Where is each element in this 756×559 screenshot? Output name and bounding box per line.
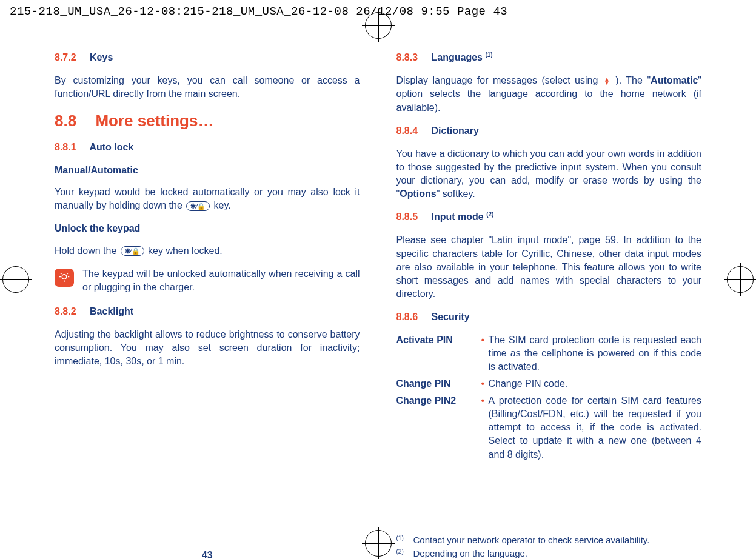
heading-8-8: 8.8 More settings… — [55, 110, 360, 132]
paragraph: By customizing your keys, you can call s… — [55, 74, 360, 101]
subheading-unlock: Unlock the keypad — [55, 222, 360, 235]
heading-title: Auto lock — [89, 142, 133, 152]
footnote-ref: (2) — [486, 211, 493, 218]
text: key. — [214, 200, 231, 210]
footnote-ref: (1) — [485, 52, 492, 58]
page-right: 8.8.3 Languages (1) Display language for… — [396, 51, 702, 559]
heading-title: Keys — [90, 52, 113, 62]
subheading-manual-automatic: Manual/Automatic — [55, 164, 360, 177]
heading-number: 8.8.5 — [396, 212, 418, 222]
bold-text: Automatic — [651, 75, 698, 85]
security-desc: A protection code for certain SIM card f… — [481, 394, 702, 461]
crop-mark-right — [727, 266, 754, 293]
heading-8-7-2: 8.7.2 Keys — [55, 51, 360, 64]
page-left: 8.7.2 Keys By customizing your keys, you… — [55, 51, 360, 559]
security-desc: The SIM card protection code is requeste… — [481, 333, 702, 373]
heading-8-8-5: 8.8.5 Input mode (2) — [396, 210, 702, 224]
heading-title: More settings… — [95, 112, 213, 130]
footnotes: (1) Contact your network operator to che… — [396, 534, 702, 559]
paragraph: Your keypad would be locked automaticall… — [55, 186, 360, 212]
crop-mark-left — [2, 266, 29, 293]
svg-line-5 — [67, 273, 69, 274]
heading-8-8-3: 8.8.3 Languages (1) — [396, 51, 702, 64]
text: Hold down the — [55, 246, 119, 256]
svg-point-0 — [62, 274, 67, 279]
heading-8-8-2: 8.8.2 Backlight — [55, 305, 360, 318]
heading-title: Security — [432, 312, 470, 322]
security-table: Activate PIN The SIM card protection cod… — [396, 333, 702, 461]
footnote-number: (2) — [396, 547, 406, 559]
footnote-number: (1) — [396, 534, 406, 547]
page-number-left: 43 — [55, 549, 360, 559]
heading-8-8-1: 8.8.1 Auto lock — [55, 141, 360, 154]
footnote-text: Depending on the language. — [413, 547, 528, 559]
heading-number: 8.7.2 — [55, 52, 76, 62]
security-row-change-pin: Change PIN Change PIN code. — [396, 377, 702, 390]
heading-number: 8.8.4 — [396, 126, 418, 136]
heading-number: 8.8.3 — [396, 52, 418, 62]
text: Display language for messages (select us… — [396, 75, 603, 85]
text: ). The " — [615, 75, 651, 85]
heading-title: Languages — [432, 52, 486, 62]
security-desc: Change PIN code. — [481, 377, 702, 390]
up-down-arrows-icon: ▲▼ — [604, 78, 610, 85]
bold-text: Options — [400, 189, 436, 199]
footnote-text: Contact your network operator to check s… — [413, 534, 650, 547]
security-row-change-pin2: Change PIN2 A protection code for certai… — [396, 394, 702, 461]
text: " softkey. — [437, 189, 475, 199]
svg-line-4 — [61, 273, 62, 274]
star-lock-key-icon: ✱⁄🔒 — [186, 201, 210, 211]
heading-number: 8.8.2 — [55, 306, 76, 316]
security-row-activate-pin: Activate PIN The SIM card protection cod… — [396, 333, 702, 373]
heading-8-8-4: 8.8.4 Dictionary — [396, 124, 702, 138]
heading-number: 8.8.6 — [396, 312, 418, 322]
paragraph: Hold down the ✱⁄🔒 key when locked. — [55, 244, 360, 258]
heading-title: Input mode — [432, 212, 487, 222]
paragraph: You have a dictionary to which you can a… — [396, 147, 702, 201]
footnote-1: (1) Contact your network operator to che… — [396, 534, 702, 547]
security-label: Change PIN2 — [396, 394, 481, 461]
star-lock-key-icon: ✱⁄🔒 — [121, 246, 144, 256]
crop-mark-top — [365, 12, 392, 39]
tip-callout: The keypad will be unlocked automaticall… — [55, 267, 360, 294]
security-label: Activate PIN — [396, 333, 481, 373]
heading-title: Dictionary — [432, 126, 479, 136]
tip-text: The keypad will be unlocked automaticall… — [82, 267, 360, 294]
paragraph: Please see chapter "Latin input mode", p… — [396, 233, 702, 300]
security-label: Change PIN — [396, 377, 481, 390]
heading-8-8-6: 8.8.6 Security — [396, 310, 702, 324]
lightbulb-icon — [55, 269, 74, 287]
page-spread: 8.7.2 Keys By customizing your keys, you… — [0, 21, 756, 559]
text: key when locked. — [148, 246, 222, 256]
paragraph: Adjusting the backlight allows to reduce… — [55, 328, 360, 368]
paragraph: Display language for messages (select us… — [396, 74, 702, 114]
heading-number: 8.8 — [55, 112, 76, 130]
footnote-2: (2) Depending on the language. — [396, 547, 702, 559]
heading-title: Backlight — [90, 306, 133, 316]
crop-mark-bottom — [365, 530, 392, 557]
heading-number: 8.8.1 — [55, 142, 76, 152]
